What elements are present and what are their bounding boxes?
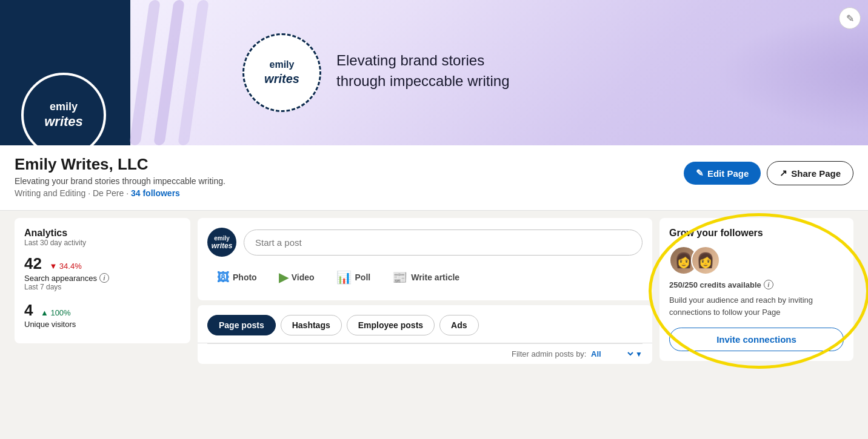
analytics-title: Analytics	[24, 228, 181, 239]
video-icon: ▶	[279, 270, 288, 285]
filter-label: Filter admin posts by:	[512, 349, 587, 358]
company-tagline: Elevating your brand stories through imp…	[15, 176, 684, 186]
article-icon: 📰	[392, 270, 407, 285]
company-meta: Writing and Editing · De Pere · 34 follo…	[15, 188, 684, 198]
filter-row: Filter admin posts by: All My posts Othe…	[207, 343, 643, 364]
poll-icon: 📊	[336, 270, 352, 285]
photo-label: Photo	[233, 272, 257, 282]
edit-page-label: Edit Page	[707, 168, 749, 179]
follower-avatars: 👩 👩	[669, 246, 844, 275]
share-page-icon: ↗	[780, 168, 787, 179]
analytics-subtitle: Last 30 day activity	[24, 239, 181, 247]
tab-ads[interactable]: Ads	[439, 315, 478, 335]
tabs-area: Page posts Hashtags Employee posts Ads F…	[198, 305, 652, 364]
search-value: 42	[24, 254, 42, 272]
article-button[interactable]: 📰 Write article	[382, 264, 469, 291]
composer-top: emily writes	[207, 228, 643, 257]
analytics-sidebar: Analytics Last 30 day activity 42 ▼ 34.4…	[15, 218, 190, 343]
banner-decorative	[121, 0, 242, 145]
grow-description: Build your audience and reach by invitin…	[669, 294, 844, 318]
edit-page-icon: ✎	[696, 168, 704, 179]
feed-area: emily writes 🖼 Photo ▶ Video 📊 Poll	[198, 218, 652, 364]
start-post-input[interactable]	[244, 229, 643, 256]
credits-available: 250/250 credits available	[669, 280, 761, 289]
company-name: Emily Writes, LLC	[15, 155, 684, 174]
tabs-row: Page posts Hashtags Employee posts Ads	[207, 315, 643, 335]
invite-connections-label: Invite connections	[716, 334, 796, 345]
profile-actions: ✎ Edit Page ↗ Share Page	[684, 161, 853, 185]
article-label: Write article	[411, 272, 459, 282]
search-label: Search appearances	[24, 274, 97, 283]
center-logo-line1: emily	[264, 59, 299, 71]
invite-connections-button[interactable]: Invite connections	[669, 328, 844, 351]
photo-button[interactable]: 🖼 Photo	[207, 264, 267, 291]
poll-label: Poll	[355, 272, 371, 282]
filter-select[interactable]: All My posts Others	[589, 349, 635, 359]
credits-text: 250/250 credits available i	[669, 280, 844, 289]
share-page-label: Share Page	[791, 168, 841, 179]
tab-employee-posts[interactable]: Employee posts	[347, 315, 435, 335]
visitors-change: ▲ 100%	[41, 308, 71, 317]
tagline-line2: through impeccable writing	[336, 71, 509, 91]
grow-sidebar-wrapper: Grow your followers 👩 👩 250/250 credits …	[659, 218, 858, 364]
profile-section: Emily Writes, LLC Elevating your brand s…	[0, 145, 868, 211]
search-period: Last 7 days	[24, 283, 181, 291]
credits-info-icon[interactable]: i	[764, 280, 773, 289]
share-page-button[interactable]: ↗ Share Page	[767, 161, 853, 185]
banner-center-logo: emily writes	[242, 33, 321, 112]
profile-info: Emily Writes, LLC Elevating your brand s…	[15, 155, 684, 198]
post-composer: emily writes 🖼 Photo ▶ Video 📊 Poll	[198, 218, 652, 300]
photo-icon: 🖼	[217, 271, 229, 285]
poll-button[interactable]: 📊 Poll	[327, 264, 381, 291]
followers-link[interactable]: 34 followers	[131, 188, 180, 198]
composer-actions: 🖼 Photo ▶ Video 📊 Poll 📰 Write article	[207, 264, 643, 291]
visitors-label: Unique visitors	[24, 320, 76, 329]
search-change: ▼ 34.4%	[49, 262, 81, 271]
follower-avatar-2: 👩	[691, 246, 720, 275]
banner: emily writes emily writes Elevating bran…	[0, 0, 868, 145]
tab-page-posts[interactable]: Page posts	[207, 315, 276, 335]
banner-tagline: Elevating brand stories through impeccab…	[336, 50, 509, 91]
composer-avatar-line1: emily	[212, 235, 233, 242]
tagline-line1: Elevating brand stories	[336, 50, 509, 71]
composer-avatar: emily writes	[207, 228, 236, 257]
dropdown-chevron-icon: ▼	[635, 350, 643, 358]
logo-text-line1: emily	[44, 101, 83, 114]
video-button[interactable]: ▶ Video	[269, 264, 324, 291]
main-content: Analytics Last 30 day activity 42 ▼ 34.4…	[10, 211, 858, 364]
edit-page-button[interactable]: ✎ Edit Page	[684, 162, 761, 185]
logo-text-line2: writes	[44, 114, 83, 130]
search-appearances-metric: 42 ▼ 34.4% Search appearances i Last 7 d…	[24, 254, 181, 291]
composer-avatar-line2: writes	[212, 242, 233, 250]
visitors-value: 4	[24, 301, 33, 319]
pencil-icon: ✎	[846, 13, 854, 24]
search-info-icon[interactable]: i	[99, 273, 109, 283]
grow-sidebar: Grow your followers 👩 👩 250/250 credits …	[659, 218, 853, 361]
unique-visitors-metric: 4 ▲ 100% Unique visitors	[24, 301, 181, 329]
video-label: Video	[292, 272, 315, 282]
grow-title: Grow your followers	[669, 228, 844, 239]
company-meta-text: Writing and Editing · De Pere ·	[15, 188, 129, 198]
banner-edit-button[interactable]: ✎	[839, 7, 861, 29]
center-logo-line2: writes	[264, 71, 299, 87]
tab-hashtags[interactable]: Hashtags	[281, 315, 342, 335]
